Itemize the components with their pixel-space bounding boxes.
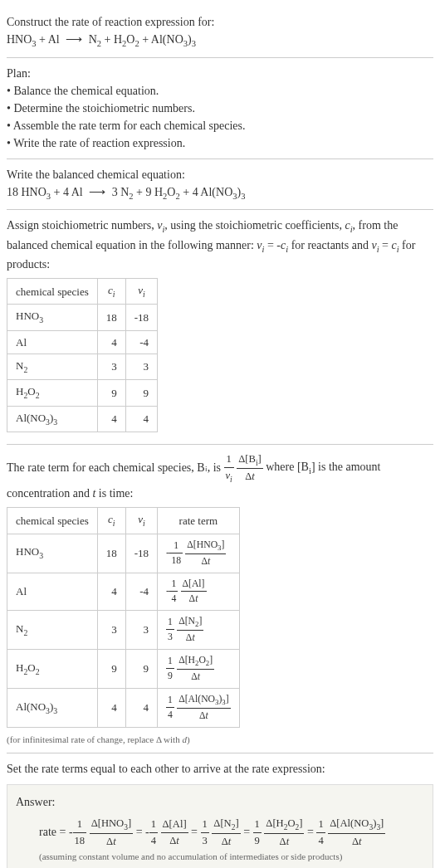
rate-term-cell: 13 Δ[N2]Δt bbox=[158, 610, 240, 649]
vi-cell: 3 bbox=[125, 354, 157, 380]
rate-term-cell: -14 Δ[Al]Δt bbox=[158, 573, 240, 610]
vi-cell: -4 bbox=[125, 573, 157, 610]
balanced-header: Write the balanced chemical equation: bbox=[7, 166, 433, 183]
table-row: HNO3 18 -18 bbox=[7, 305, 158, 330]
species-cell: Al bbox=[7, 573, 98, 610]
fraction: Δ[Bi]Δt bbox=[237, 451, 263, 485]
species-cell: Al(NO3)3 bbox=[7, 406, 98, 432]
rate-term-cell: 14 Δ[Al(NO3)3]Δt bbox=[158, 688, 240, 727]
species-cell: N2 bbox=[7, 610, 98, 649]
ci-cell: 3 bbox=[97, 610, 125, 649]
col-header: rate term bbox=[158, 508, 240, 534]
table-row: Al(NO3)3 4 4 14 Δ[Al(NO3)3]Δt bbox=[7, 688, 240, 727]
ci-cell: 9 bbox=[97, 649, 125, 688]
species-cell: Al(NO3)3 bbox=[7, 688, 98, 727]
col-header: νi bbox=[125, 279, 157, 305]
ci-cell: 4 bbox=[97, 406, 125, 432]
table-row: Al 4 -4 bbox=[7, 330, 158, 354]
answer-section: Set the rate terms equal to each other t… bbox=[7, 753, 433, 868]
table-row: Al 4 -4 -14 Δ[Al]Δt bbox=[7, 573, 240, 610]
species-cell: N2 bbox=[7, 354, 98, 380]
answer-box: Answer: rate = -118 Δ[HNO3]Δt = -14 Δ[Al… bbox=[7, 784, 433, 868]
plan-item: • Write the rate of reaction expression. bbox=[7, 134, 433, 152]
rate-term-section: The rate term for each chemical species,… bbox=[7, 445, 433, 754]
col-header: chemical species bbox=[7, 279, 98, 305]
plan-section: Plan: • Balance the chemical equation. •… bbox=[7, 58, 433, 159]
rate-term-cell: 19 Δ[H2O2]Δt bbox=[158, 649, 240, 688]
assign-text: Assign stoichiometric numbers, νi, using… bbox=[7, 217, 433, 273]
table-row: N2 3 3 bbox=[7, 354, 158, 380]
ci-cell: 4 bbox=[97, 330, 125, 354]
ci-cell: 9 bbox=[97, 380, 125, 406]
answer-label: Answer: bbox=[16, 793, 424, 811]
vi-cell: 3 bbox=[125, 610, 157, 649]
rate-expression: rate = -118 Δ[HNO3]Δt = -14 Δ[Al]Δt = 13… bbox=[16, 816, 424, 850]
stoichiometric-section: Assign stoichiometric numbers, νi, using… bbox=[7, 210, 433, 445]
ci-cell: 18 bbox=[97, 305, 125, 330]
ci-cell: 4 bbox=[97, 688, 125, 727]
ci-cell: 4 bbox=[97, 573, 125, 610]
table-row: Al(NO3)3 4 4 bbox=[7, 406, 158, 432]
vi-cell: 9 bbox=[125, 649, 157, 688]
ci-cell: 3 bbox=[97, 354, 125, 380]
species-cell: HNO3 bbox=[7, 305, 98, 330]
problem-statement: Construct the rate of reaction expressio… bbox=[7, 7, 433, 58]
rate-term-cell: -118 Δ[HNO3]Δt bbox=[158, 534, 240, 573]
table-row: H2O2 9 9 19 Δ[H2O2]Δt bbox=[7, 649, 240, 688]
set-equal-text: Set the rate terms equal to each other t… bbox=[7, 760, 433, 778]
col-header: chemical species bbox=[7, 508, 98, 534]
answer-note: (assuming constant volume and no accumul… bbox=[16, 850, 424, 864]
species-cell: H2O2 bbox=[7, 380, 98, 406]
species-cell: HNO3 bbox=[7, 534, 98, 573]
vi-cell: -18 bbox=[125, 534, 157, 573]
species-cell: H2O2 bbox=[7, 649, 98, 688]
balanced-equation: 18 HNO3 + 4 Al ⟶ 3 N2 + 9 H2O2 + 4 Al(NO… bbox=[7, 183, 433, 203]
title: Construct the rate of reaction expressio… bbox=[7, 13, 433, 31]
col-header: ci bbox=[97, 508, 125, 534]
plan-item: • Assemble the rate term for each chemic… bbox=[7, 117, 433, 134]
balanced-section: Write the balanced chemical equation: 18… bbox=[7, 159, 433, 211]
rate-term-text: The rate term for each chemical species,… bbox=[7, 451, 433, 503]
vi-cell: 9 bbox=[125, 380, 157, 406]
species-cell: Al bbox=[7, 330, 98, 354]
vi-cell: -4 bbox=[125, 330, 157, 354]
vi-cell: 4 bbox=[125, 688, 157, 727]
infinitesimal-note: (for infinitesimal rate of change, repla… bbox=[7, 733, 433, 747]
table-row: HNO3 18 -18 -118 Δ[HNO3]Δt bbox=[7, 534, 240, 573]
rate-term-table: chemical species ci νi rate term HNO3 18… bbox=[7, 507, 240, 728]
unbalanced-equation: HNO3 + Al ⟶ N2 + H2O2 + Al(NO3)3 bbox=[7, 31, 433, 51]
vi-cell: -18 bbox=[125, 305, 157, 330]
col-header: ci bbox=[97, 279, 125, 305]
table-row: H2O2 9 9 bbox=[7, 380, 158, 406]
plan-header: Plan: bbox=[7, 65, 433, 82]
plan-item: • Determine the stoichiometric numbers. bbox=[7, 100, 433, 117]
plan-item: • Balance the chemical equation. bbox=[7, 82, 433, 100]
col-header: νi bbox=[125, 508, 157, 534]
ci-cell: 18 bbox=[97, 534, 125, 573]
fraction: 1νi bbox=[224, 451, 234, 485]
stoichiometric-table: chemical species ci νi HNO3 18 -18 Al 4 … bbox=[7, 278, 158, 432]
table-row: N2 3 3 13 Δ[N2]Δt bbox=[7, 610, 240, 649]
vi-cell: 4 bbox=[125, 406, 157, 432]
